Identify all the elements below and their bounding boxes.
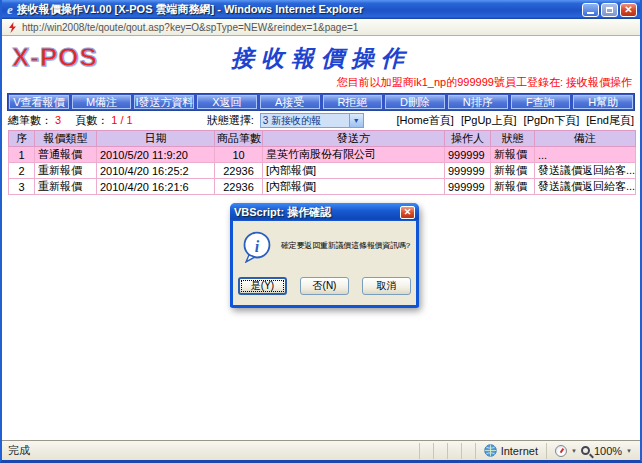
toolbar-button-search[interactable]: F查詢 [511,95,571,109]
page-icon [8,22,17,33]
table-row[interactable]: 1 普通報價 2010/5/20 11:9:20 10 皇英竹南股份有限公司 9… [9,147,636,163]
column-header-status: 狀態 [491,131,535,147]
dialog-title: VBScript: 操作確認 [234,205,400,220]
cell-seq: 1 [9,147,35,163]
status-select-value: 3 新接收的報 [261,114,349,128]
dialog-buttons: 是(Y) 否(N) 取消 [233,271,416,305]
cell-quote-type: 普通報價 [35,147,97,163]
chevron-down-icon[interactable]: ▼ [571,448,577,454]
total-count: 總筆數： 3 [8,113,61,128]
page-count: 頁數： 1 / 1 [75,113,132,128]
cell-operator: 999999 [445,147,491,163]
status-panel [461,443,475,459]
cell-seq: 3 [9,179,35,195]
nav-end[interactable]: [End尾頁] [586,114,634,126]
cell-remark: 發送議價返回給客... [535,163,636,179]
nav-pgup[interactable]: [PgUp上頁] [461,114,517,126]
quotes-table: 序 報價類型 日期 商品筆數 發送方 操作人 狀態 備注 1 普通報價 2010… [8,130,636,195]
window-title: 接收報價操作V1.00 [X-POS 雲端商務網] - Windows Inte… [17,2,582,17]
cell-operator: 999999 [445,179,491,195]
yes-button[interactable]: 是(Y) [238,277,287,295]
total-count-value: 3 [55,114,61,126]
cell-remark: ... [535,147,636,163]
login-info: 您目前以加盟商ik1_np的999999號員工登錄在: 接收報價操作 [2,74,640,92]
cell-seq: 2 [9,163,35,179]
chevron-down-icon[interactable]: ▼ [626,448,632,454]
chevron-down-icon[interactable]: ▼ [349,114,363,127]
zone-panel: Internet [475,443,546,459]
info-icon: i [241,231,273,263]
xpos-logo: X-POS [12,42,98,73]
zone-label: Internet [501,445,538,457]
ie-icon: e [7,2,13,18]
dialog-body: i 確定要返回重新議價這條報價資訊嗎? [233,221,416,271]
status-panel [419,443,433,459]
toolbar-button-return[interactable]: X返回 [197,95,257,109]
toolbar-button-reject[interactable]: R拒絕 [323,95,383,109]
zoom-panel: ▼ 100% ▼ [546,443,640,459]
column-header-quote-type: 報價類型 [35,131,97,147]
cell-sender: [內部報價] [263,179,445,195]
cell-quote-type: 重新報價 [35,163,97,179]
cell-sender: 皇英竹南股份有限公司 [263,147,445,163]
status-panel [433,443,447,459]
maximize-button[interactable] [601,3,618,17]
cell-status: 新報價 [491,163,535,179]
table-row[interactable]: 3 重新報價 2010/4/20 16:21:6 22936 [內部報價] 99… [9,179,636,195]
page-header: X-POS 接收報價操作 [2,40,640,74]
status-bar: 完成 Internet ▼ 100% ▼ [2,440,640,460]
cell-remark: 發送議價返回給客... [535,179,636,195]
address-bar: http://win2008/te/qoute/qout.asp?key=O&s… [2,19,640,36]
status-panel [447,443,461,459]
vbscript-dialog: VBScript: 操作確認 ✕ i 確定要返回重新議價這條報價資訊嗎? 是(Y… [230,203,419,308]
table-row[interactable]: 2 重新報價 2010/4/20 16:25:2 22936 [內部報價] 99… [9,163,636,179]
status-text: 完成 [2,443,419,458]
column-header-date: 日期 [97,131,215,147]
column-header-sender: 發送方 [263,131,445,147]
dialog-title-bar: VBScript: 操作確認 ✕ [230,203,419,221]
no-button[interactable]: 否(N) [300,277,349,295]
cell-item-count: 22936 [215,179,263,195]
zoom-icon[interactable] [581,446,590,455]
cell-operator: 999999 [445,163,491,179]
cell-status: 新報價 [491,179,535,195]
cell-date: 2010/5/20 11:9:20 [97,147,215,163]
cell-item-count: 10 [215,147,263,163]
browser-window: e 接收報價操作V1.00 [X-POS 雲端商務網] - Windows In… [0,0,642,463]
dialog-close-icon[interactable]: ✕ [400,206,415,219]
status-filter-label: 狀態選擇: [207,114,254,126]
minimize-button[interactable] [582,3,599,17]
close-button[interactable]: ✕ [620,3,637,17]
toolbar-button-sort[interactable]: N排序 [448,95,508,109]
cancel-button[interactable]: 取消 [362,277,411,295]
cell-date: 2010/4/20 16:25:2 [97,163,215,179]
title-bar: e 接收報價操作V1.00 [X-POS 雲端商務網] - Windows In… [2,0,640,19]
zoom-level[interactable]: 100% [594,445,622,457]
column-header-remark: 備注 [535,131,636,147]
cell-item-count: 22936 [215,163,263,179]
nav-pgdn[interactable]: [PgDn下頁] [524,114,580,126]
info-bar: 總筆數： 3 頁數： 1 / 1 狀態選擇: 3 新接收的報 ▼ [Home首頁… [8,112,634,129]
globe-icon [484,444,497,457]
url-text[interactable]: http://win2008/te/qoute/qout.asp?key=O&s… [22,22,358,33]
column-header-seq: 序 [9,131,35,147]
page-count-label: 頁數： [75,114,108,126]
status-select[interactable]: 3 新接收的報 ▼ [260,113,364,128]
toolbar: V查看報價 M備注 I發送方資料 X返回 A接受 R拒絕 D刪除 N排序 F查詢… [7,93,635,111]
toolbar-button-memo[interactable]: M備注 [72,95,132,109]
cell-date: 2010/4/20 16:21:6 [97,179,215,195]
cell-sender: [內部報價] [263,163,445,179]
column-header-item-count: 商品筆數 [215,131,263,147]
total-count-label: 總筆數： [8,114,52,126]
toolbar-button-delete[interactable]: D刪除 [385,95,445,109]
dialog-message: 確定要返回重新議價這條報價資訊嗎? [281,231,410,251]
toolbar-button-accept[interactable]: A接受 [260,95,320,109]
table-header-row: 序 報價類型 日期 商品筆數 發送方 操作人 狀態 備注 [9,131,636,147]
nav-home[interactable]: [Home首頁] [396,114,453,126]
cell-status: 新報價 [491,147,535,163]
status-tool-icon[interactable] [555,445,567,457]
toolbar-button-help[interactable]: H幫助 [573,95,633,109]
toolbar-button-sender-info[interactable]: I發送方資料 [134,95,194,109]
page-count-value: 1 / 1 [111,114,132,126]
toolbar-button-view-quote[interactable]: V查看報價 [9,95,69,109]
